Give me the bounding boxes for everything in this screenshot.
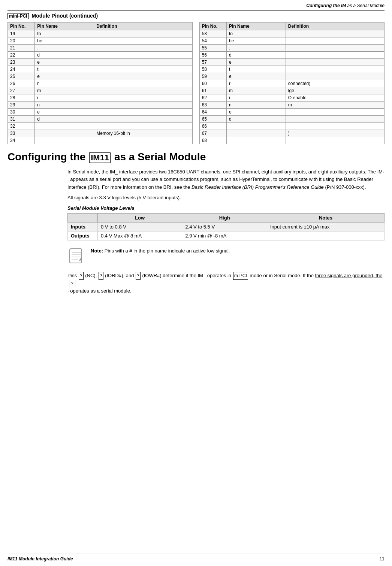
left-pin-name: n	[35, 102, 94, 109]
note-bold: Note:	[91, 248, 103, 254]
note-pencil-icon	[67, 247, 85, 265]
table-row: 26 r 60 r connected)	[8, 80, 385, 87]
col-header-def-right: Definition	[286, 22, 384, 30]
col-header-pin-no-left: Pin No.	[8, 22, 35, 30]
header-text: Configuring the IM as a Serial Module	[306, 3, 385, 8]
voltage-col-low: Low	[98, 213, 182, 222]
left-pin-no: 31	[8, 116, 35, 123]
left-def	[94, 94, 193, 102]
right-pin-no: 60	[199, 80, 226, 87]
im-box-heading: IM11	[89, 152, 111, 163]
left-pin-name	[35, 137, 94, 144]
right-pin-name: i	[227, 94, 286, 102]
right-pin-name: d	[227, 52, 286, 59]
voltage-row-label: Outputs	[68, 231, 98, 240]
table-header-row: Pin No. Pin Name Definition Pin No. Pin …	[8, 22, 385, 30]
table-row: 27 m 61 m lge	[8, 87, 385, 94]
voltage-col-notes: Notes	[267, 213, 384, 222]
right-def: lge	[286, 87, 384, 94]
right-def: m	[286, 102, 384, 109]
voltage-col-high: High	[182, 213, 267, 222]
left-def	[94, 87, 193, 94]
table-section-label: Module Pinout (continued)	[32, 13, 98, 19]
note-body: Pins with a # in the pin name indicate a…	[103, 248, 230, 254]
right-pin-name: e	[227, 73, 286, 80]
left-pin-name: e	[35, 73, 94, 80]
pins-note: Pins ? (NC), ? (IORD#), and ? (IOWR#) de…	[67, 272, 385, 295]
left-def	[94, 123, 193, 130]
left-def	[94, 45, 193, 52]
left-pin-no: 33	[8, 130, 35, 137]
table-row: 21 . 55 .	[8, 45, 385, 52]
right-def: )	[286, 130, 384, 137]
right-pin-no: 59	[199, 73, 226, 80]
left-pin-no: 32	[8, 123, 35, 130]
body-text: In Serial mode, the IM_ interface provid…	[67, 168, 385, 202]
table-row: 24 t 58 t	[8, 66, 385, 73]
right-pin-name	[227, 123, 286, 130]
left-pin-name: to	[35, 30, 94, 37]
left-pin-name	[35, 123, 94, 130]
left-def: Memory 16-bit in	[94, 130, 193, 137]
table-row: 29 n 63 n m	[8, 102, 385, 109]
right-pin-no: 68	[199, 137, 226, 144]
voltage-table-header-row: Low High Notes	[68, 213, 385, 222]
right-pin-name: t	[227, 66, 286, 73]
right-def	[286, 116, 384, 123]
left-pin-no: 25	[8, 73, 35, 80]
right-pin-no: 58	[199, 66, 226, 73]
pins-note-text5: mode or in Serial mode. If the	[248, 273, 315, 278]
right-pin-name: d	[227, 116, 286, 123]
left-def	[94, 137, 193, 144]
left-pin-name: .	[35, 45, 94, 52]
right-pin-no: 63	[199, 102, 226, 109]
voltage-col-label	[68, 213, 98, 222]
col-header-pin-name-right: Pin Name	[227, 22, 286, 30]
left-pin-name: i	[35, 94, 94, 102]
col-header-def-left: Definition	[94, 22, 193, 30]
table-row: 33 Memory 16-bit in 67 )	[8, 130, 385, 137]
main-content: mini-PCI Module Pinout (continued) Pin N…	[0, 10, 392, 306]
section-heading-suffix: as a Serial Module	[111, 151, 206, 163]
right-def	[286, 137, 384, 144]
q1-box: ?	[79, 272, 84, 280]
right-def	[286, 59, 384, 66]
right-def	[286, 73, 384, 80]
q3-box: ?	[136, 272, 141, 280]
right-pin-name	[227, 130, 286, 137]
voltage-table: Low High Notes Inputs 0 V to 0.8 V 2.4 V…	[67, 213, 385, 240]
right-pin-no: 66	[199, 123, 226, 130]
right-pin-no: 64	[199, 109, 226, 116]
left-pin-name: be	[35, 37, 94, 45]
right-pin-name: to	[227, 30, 286, 37]
voltage-row-low: 0.4 V Max @ 8 mA	[98, 231, 182, 240]
section-heading-prefix: Configuring the	[7, 151, 88, 163]
right-pin-no: 62	[199, 94, 226, 102]
right-def: O enable	[286, 94, 384, 102]
left-def	[94, 102, 193, 109]
right-pin-name: e	[227, 109, 286, 116]
right-pin-name: r	[227, 80, 286, 87]
right-pin-no: 67	[199, 130, 226, 137]
left-pin-no: 19	[8, 30, 35, 37]
voltage-table-row: Inputs 0 V to 0.8 V 2.4 V to 5.5 V Input…	[68, 222, 385, 231]
right-pin-name	[227, 137, 286, 144]
left-pin-no: 34	[8, 137, 35, 144]
left-pin-no: 21	[8, 45, 35, 52]
right-pin-no: 53	[199, 30, 226, 37]
table-row: 32 66	[8, 123, 385, 130]
pinout-tbody: 19 to 53 to 20 be 54 be 21 . 55 . 22 d	[8, 30, 385, 144]
left-def	[94, 37, 193, 45]
table-section-title: mini-PCI Module Pinout (continued)	[7, 10, 385, 21]
note-icon	[67, 247, 85, 265]
right-def	[286, 123, 384, 130]
left-pin-name: t	[35, 66, 94, 73]
left-pin-no: 28	[8, 94, 35, 102]
right-pin-no: 56	[199, 52, 226, 59]
right-pin-no: 57	[199, 59, 226, 66]
table-row: 31 d 65 d	[8, 116, 385, 123]
table-row: 23 e 57 e	[8, 59, 385, 66]
table-row: 22 d 56 d	[8, 52, 385, 59]
pinout-table: Pin No. Pin Name Definition Pin No. Pin …	[7, 22, 385, 144]
pins-note-text2: (NC),	[84, 273, 98, 278]
